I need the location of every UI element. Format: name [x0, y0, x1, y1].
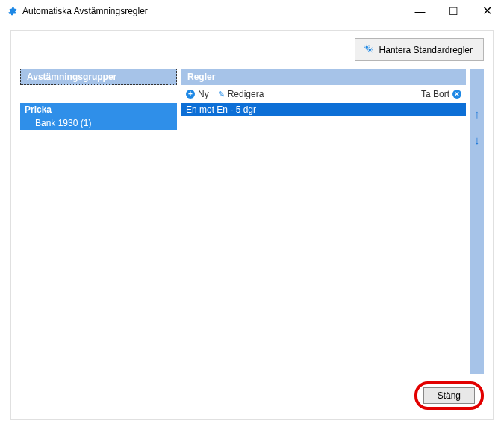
window-controls: — ☐ ✕: [403, 0, 504, 22]
groups-header-label: Avstämningsgrupper: [27, 72, 116, 82]
window-title: Automatiska Avstämningsregler: [22, 6, 403, 16]
top-row: Hantera Standardregler: [20, 38, 484, 61]
titlebar: Automatiska Avstämningsregler — ☐ ✕: [0, 0, 504, 22]
maximize-button[interactable]: ☐: [437, 0, 470, 22]
delete-label: Ta Bort: [421, 89, 449, 99]
move-down-button[interactable]: ↓: [474, 134, 480, 146]
rules-panel-header: Regler: [181, 69, 466, 85]
group-name: Pricka: [25, 105, 52, 115]
rules-header-label: Regler: [187, 72, 215, 82]
group-child-label: Bank 1930 (1): [35, 118, 91, 128]
delete-rule-button[interactable]: Ta Bort ✕: [421, 89, 461, 99]
manage-standard-rules-label: Hantera Standardregler: [379, 45, 473, 55]
plus-icon: +: [186, 90, 195, 99]
delete-icon: ✕: [452, 90, 461, 99]
minimize-button[interactable]: —: [403, 0, 437, 22]
pencil-icon: ✎: [218, 90, 225, 99]
rules-toolbar: + Ny ✎ Redigera Ta Bort ✕: [181, 85, 466, 103]
groups-list[interactable]: Pricka Bank 1930 (1): [20, 103, 177, 374]
group-child-row[interactable]: Bank 1930 (1): [20, 116, 177, 130]
gears-icon: [363, 43, 373, 56]
new-rule-button[interactable]: + Ny: [186, 89, 209, 99]
groups-panel: Avstämningsgrupper Pricka Bank 1930 (1): [20, 69, 177, 374]
close-button[interactable]: Stäng: [423, 387, 475, 404]
move-up-button[interactable]: ↑: [474, 107, 480, 120]
rule-label: En mot En - 5 dgr: [186, 105, 256, 115]
app-gear-icon: [6, 5, 18, 17]
close-window-button[interactable]: ✕: [470, 0, 504, 22]
rules-panel: Regler + Ny ✎ Redigera Ta Bor: [181, 69, 466, 374]
reorder-sidebar: ↑ ↓: [470, 69, 484, 374]
content-area: Hantera Standardregler Avstämningsgruppe…: [0, 22, 504, 427]
manage-standard-rules-button[interactable]: Hantera Standardregler: [355, 38, 484, 61]
dialog-frame: Hantera Standardregler Avstämningsgruppe…: [10, 30, 494, 420]
bottom-bar: Stäng: [20, 374, 484, 410]
rule-row[interactable]: En mot En - 5 dgr: [181, 103, 466, 116]
groups-panel-header: Avstämningsgrupper: [20, 69, 177, 85]
rules-list[interactable]: En mot En - 5 dgr: [181, 103, 466, 374]
new-label: Ny: [198, 89, 209, 99]
close-highlight-annotation: Stäng: [414, 381, 484, 410]
close-button-label: Stäng: [438, 390, 461, 401]
panels-row: Avstämningsgrupper Pricka Bank 1930 (1) …: [20, 69, 484, 374]
edit-rule-button[interactable]: ✎ Redigera: [218, 89, 264, 99]
group-row[interactable]: Pricka: [20, 103, 177, 116]
edit-label: Redigera: [228, 89, 264, 99]
